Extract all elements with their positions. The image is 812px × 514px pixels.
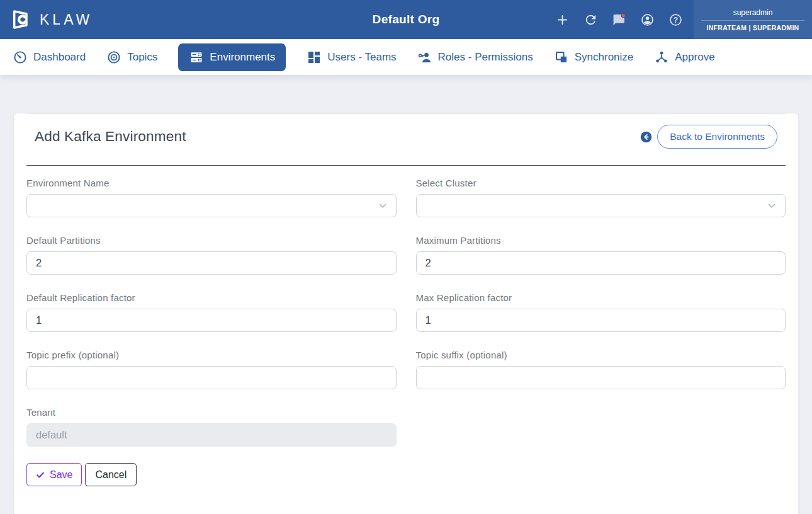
svg-text:?: ? [673, 15, 677, 24]
server-stack-icon [189, 50, 204, 65]
chevron-down-icon [378, 201, 388, 211]
max-replication-factor-input[interactable] [416, 309, 786, 332]
main-nav: Dashboard Topics Environments Users - Te… [0, 39, 812, 75]
org-title: Default Org [373, 13, 440, 26]
field-max-replication-factor: Max Replication factor [416, 292, 786, 332]
nav-label: Topics [127, 51, 157, 64]
add-icon[interactable] [554, 11, 570, 28]
nav-item-users-teams[interactable]: Users - Teams [307, 50, 396, 65]
back-to-environments-button[interactable]: Back to Environments [657, 125, 777, 149]
field-select-cluster: Select Cluster [416, 178, 786, 217]
nav-label: Environments [210, 51, 275, 64]
topic-suffix-label: Topic suffix (optional) [416, 350, 786, 360]
user-key-icon [417, 50, 432, 65]
gauge-icon [13, 50, 28, 65]
field-maximum-partitions: Maximum Partitions [416, 235, 786, 275]
field-default-replication-factor: Default Replication factor [26, 292, 397, 332]
max-replication-factor-label: Max Replication factor [416, 292, 786, 303]
topic-prefix-input[interactable] [26, 366, 397, 389]
form-buttons: Save Cancel [26, 463, 786, 486]
user-team-role: INFRATEAM | SUPERADMIN [701, 21, 804, 31]
user-name: superadmin [701, 8, 804, 21]
maximum-partitions-input[interactable] [416, 251, 786, 275]
tenant-label: Tenant [26, 407, 397, 418]
arrow-circle-left-icon[interactable] [640, 130, 653, 144]
nav-label: Approve [675, 51, 714, 64]
nav-label: Dashboard [33, 51, 86, 64]
nav-item-synchronize[interactable]: Synchronize [554, 50, 634, 65]
environment-form: Environment Name Select Cluster Default … [26, 166, 786, 447]
user-info[interactable]: superadmin INFRATEAM | SUPERADMIN [694, 0, 812, 39]
messages-icon[interactable] [611, 11, 627, 28]
main-content: Add Kafka Environment Back to Environmen… [0, 75, 812, 514]
nav-label: Users - Teams [327, 51, 396, 64]
field-default-partitions: Default Partitions [26, 235, 397, 275]
environment-name-label: Environment Name [26, 178, 397, 188]
nav-item-topics[interactable]: Topics [106, 50, 157, 65]
check-icon [36, 471, 45, 479]
profile-icon[interactable] [639, 11, 655, 28]
help-icon[interactable]: ? [667, 11, 684, 28]
default-replication-factor-input[interactable] [26, 309, 397, 332]
nav-item-roles-permissions[interactable]: Roles - Permissions [417, 50, 533, 65]
nav-item-dashboard[interactable]: Dashboard [13, 50, 86, 65]
hub-icon [654, 50, 669, 65]
default-partitions-input[interactable] [26, 251, 397, 275]
layers-icon [554, 50, 569, 65]
page-title: Add Kafka Environment [35, 128, 186, 145]
topic-prefix-label: Topic prefix (optional) [26, 350, 397, 360]
field-environment-name: Environment Name [26, 178, 397, 217]
environment-name-select[interactable] [26, 194, 397, 217]
brand-text: KLAW [40, 11, 93, 28]
default-partitions-label: Default Partitions [26, 235, 397, 246]
app-header: KLAW Default Org ? [0, 0, 812, 39]
grid-icon [307, 50, 322, 65]
brand[interactable]: KLAW [8, 7, 93, 32]
notification-dot [621, 13, 625, 18]
nav-label: Synchronize [575, 51, 634, 64]
back-group: Back to Environments [640, 125, 777, 149]
header-actions: ? [554, 11, 684, 28]
save-button-label: Save [50, 469, 72, 481]
tenant-input [26, 423, 397, 447]
target-icon [106, 50, 121, 65]
refresh-icon[interactable] [582, 11, 599, 28]
field-topic-suffix: Topic suffix (optional) [416, 350, 786, 389]
add-environment-card: Add Kafka Environment Back to Environmen… [14, 113, 798, 514]
default-replication-factor-label: Default Replication factor [26, 292, 397, 303]
select-cluster-label: Select Cluster [416, 178, 786, 188]
maximum-partitions-label: Maximum Partitions [416, 235, 786, 246]
nav-label: Roles - Permissions [438, 51, 533, 64]
card-header: Add Kafka Environment Back to Environmen… [26, 114, 786, 165]
save-button[interactable]: Save [26, 463, 82, 486]
nav-item-environments[interactable]: Environments [178, 43, 286, 71]
chevron-down-icon [767, 201, 777, 211]
field-topic-prefix: Topic prefix (optional) [26, 350, 397, 389]
klaw-logo-icon [8, 7, 33, 32]
nav-item-approve[interactable]: Approve [654, 50, 714, 65]
field-tenant: Tenant [26, 407, 397, 447]
topic-suffix-input[interactable] [416, 366, 786, 389]
cluster-select[interactable] [416, 194, 786, 217]
cancel-button[interactable]: Cancel [85, 463, 137, 486]
